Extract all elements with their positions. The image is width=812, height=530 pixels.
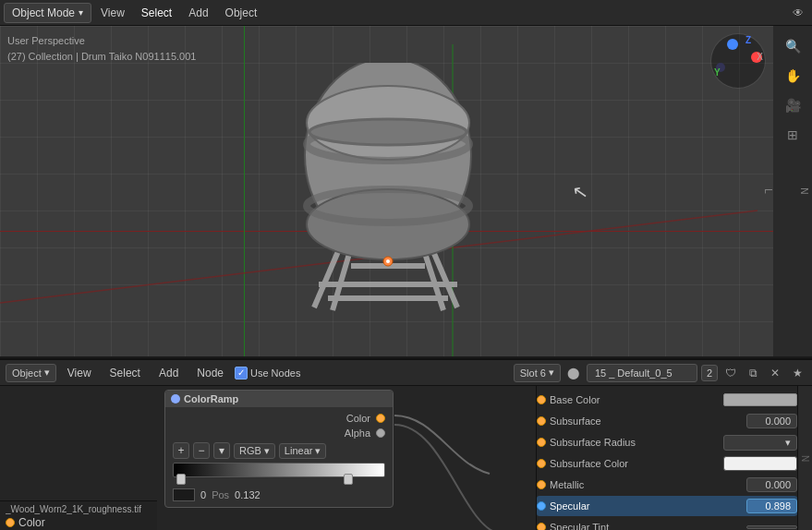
drum-svg (259, 63, 517, 321)
node-node-btn[interactable]: Node (189, 363, 231, 383)
node-header: ColorRamp (165, 391, 393, 407)
viewport-collection-label: (27) Collection | Drum Taiko N091115.001 (7, 49, 196, 65)
node-canvas[interactable]: ColorRamp Color Alpha + (0, 386, 536, 530)
metallic-value[interactable]: 0.000 (746, 477, 797, 492)
node-select-btn[interactable]: Select (103, 363, 148, 383)
color-ramp-node[interactable]: ColorRamp Color Alpha + (164, 390, 394, 508)
chevron-down-icon: ▾ (44, 367, 50, 379)
color-socket[interactable] (376, 414, 385, 423)
remove-stop-button[interactable]: − (193, 442, 210, 459)
node-title: ColorRamp (184, 393, 238, 404)
node-toolbar: Object ▾ View Select Add Node ✓ Use Node… (0, 360, 812, 386)
subsurface-radius-label: Subsurface Radius (550, 437, 723, 448)
pos-num: 0 (200, 489, 206, 500)
subsurface-color-label: Subsurface Color (550, 458, 723, 469)
interpolation-dropdown[interactable]: Linear ▾ (279, 443, 327, 459)
prop-base-color: Base Color (537, 390, 797, 410)
metallic-socket[interactable] (537, 480, 546, 489)
node-editor: Object ▾ View Select Add Node ✓ Use Node… (0, 358, 812, 530)
render-preview-icon[interactable]: ⊞ (780, 122, 806, 148)
star-icon[interactable]: ★ (788, 364, 806, 382)
ramp-more-button[interactable]: ▾ (213, 442, 230, 459)
color-swatch[interactable] (173, 488, 195, 501)
add-stop-button[interactable]: + (173, 442, 189, 459)
use-nodes-checkbox[interactable]: ✓ (235, 367, 248, 379)
gizmo-z-dot (727, 39, 738, 50)
close-icon[interactable]: ✕ (766, 364, 784, 382)
node-add-btn[interactable]: Add (151, 363, 186, 383)
zoom-icon[interactable]: 🔍 (780, 33, 806, 59)
orientation-gizmo[interactable]: Z Y X (710, 33, 766, 89)
color-label: Color (173, 413, 370, 424)
viewport-3d[interactable]: User Perspective (27) Collection | Drum … (0, 26, 812, 356)
gizmo-z-label: Z (745, 35, 751, 45)
prop-metallic: Metallic 0.000 (537, 475, 797, 495)
gradient-bar (173, 463, 385, 477)
specular-label: Specular (550, 500, 746, 512)
slot-dropdown[interactable]: Slot 6 ▾ (514, 364, 561, 382)
svg-point-14 (309, 119, 467, 145)
base-color-socket[interactable] (537, 395, 546, 404)
prop-specular: Specular 0.898 (537, 496, 797, 516)
material-dropdown[interactable]: 15 _ Default_0_5 (587, 364, 697, 382)
menu-add[interactable]: Add (181, 3, 215, 23)
drum-taiko-object (259, 63, 517, 321)
use-nodes-toggle[interactable]: ✓ Use Nodes (235, 367, 300, 379)
right-edge-panel: N (797, 386, 812, 530)
metallic-label: Metallic (550, 479, 746, 490)
right-edge-label: N (800, 455, 810, 462)
menu-view[interactable]: View (93, 3, 132, 23)
svg-point-16 (386, 259, 390, 263)
node-body: Color Alpha + − ▾ RGB (165, 407, 393, 507)
gradient-handle-right[interactable] (344, 474, 353, 485)
chevron-down-icon: ▾ (79, 7, 83, 18)
filename-label: _Wood_Worn2_1K_roughness.tif (6, 504, 151, 514)
pan-icon[interactable]: ✋ (780, 63, 806, 89)
chevron-down-icon: ▾ (549, 367, 554, 379)
specular-socket[interactable] (537, 501, 546, 511)
top-right-icons: 👁 (788, 3, 808, 23)
node-view-btn[interactable]: View (60, 363, 99, 383)
top-menubar: Object Mode ▾ View Select Add Object 👁 (0, 0, 812, 26)
base-color-swatch[interactable] (723, 393, 797, 406)
subsurface-radius-socket[interactable] (537, 438, 546, 447)
copy-icon[interactable]: ⧉ (744, 364, 762, 382)
specular-tint-value[interactable] (746, 525, 797, 529)
specular-tint-socket[interactable] (537, 523, 546, 530)
gizmo-x-label: X (757, 52, 763, 62)
node-editor-object-btn[interactable]: Object ▾ (6, 364, 56, 382)
subsurface-radius-value[interactable]: ▾ (723, 435, 797, 451)
right-panel-indicator: N (800, 187, 810, 194)
viewport-shading-icon[interactable]: 👁 (788, 3, 808, 23)
base-color-label: Base Color (550, 394, 723, 405)
camera-view-icon[interactable]: 🎥 (780, 92, 806, 118)
gradient-bar-container[interactable] (173, 463, 385, 485)
viewport-info: User Perspective (27) Collection | Drum … (7, 33, 196, 64)
rgb-mode-dropdown[interactable]: RGB ▾ (234, 443, 275, 459)
prop-subsurface: Subsurface 0.000 (537, 411, 797, 431)
axis-y-line (244, 26, 245, 356)
specular-value[interactable]: 0.898 (746, 499, 797, 513)
prop-subsurface-radius: Subsurface Radius ▾ (537, 432, 797, 452)
properties-panel: Base Color Subsurface 0.000 Subsurface R… (536, 386, 797, 530)
subsurface-label: Subsurface (550, 416, 746, 427)
menu-object[interactable]: Object (218, 3, 265, 23)
gradient-handle-left[interactable] (176, 474, 186, 485)
pos-value: 0.132 (235, 489, 261, 500)
ramp-controls: + − ▾ RGB ▾ Linear ▾ (173, 442, 385, 459)
material-count-badge: 2 (701, 365, 718, 381)
sphere-icon[interactable]: ⬤ (564, 364, 583, 382)
mode-label: Object Mode (12, 6, 75, 19)
alpha-socket[interactable] (376, 428, 385, 438)
file-color-socket[interactable] (6, 518, 15, 527)
file-color-label: Color (18, 516, 45, 529)
menu-select[interactable]: Select (134, 3, 179, 23)
prop-subsurface-color: Subsurface Color (537, 453, 797, 474)
viewport-perspective-label: User Perspective (7, 33, 196, 49)
shield-icon[interactable]: 🛡 (721, 364, 740, 382)
subsurface-socket[interactable] (537, 416, 546, 426)
subsurface-value[interactable]: 0.000 (746, 414, 797, 428)
mode-dropdown[interactable]: Object Mode ▾ (4, 3, 91, 23)
subsurface-color-socket[interactable] (537, 459, 546, 468)
subsurface-color-swatch[interactable] (723, 456, 797, 471)
